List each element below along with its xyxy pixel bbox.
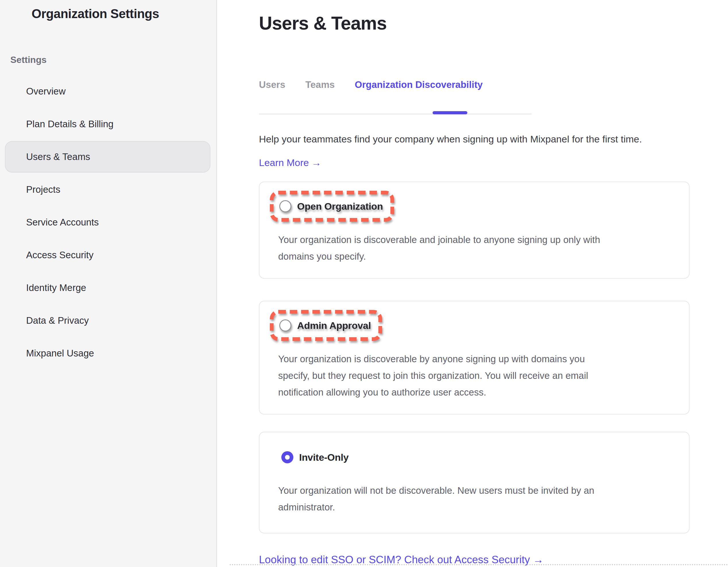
option-description: Your organization will not be discoverab… [278, 482, 672, 516]
sidebar-title: Organization Settings [0, 6, 216, 22]
intro-text: Help your teammates find your company wh… [259, 132, 728, 146]
description-line: Your organization is discoverable by any… [278, 351, 672, 367]
main-content: Users & Teams Users Teams Organization D… [217, 0, 728, 567]
page-title: Users & Teams [259, 13, 728, 33]
description-line: notification allowing you to authorize u… [278, 384, 672, 401]
description-line: Your organization is discoverable and jo… [278, 231, 672, 248]
option-description: Your organization is discoverable and jo… [278, 231, 672, 265]
radio-unchecked-icon[interactable] [279, 320, 291, 332]
learn-more-link[interactable]: Learn More → [259, 156, 321, 169]
sidebar-item-access-security[interactable]: Access Security [5, 239, 210, 271]
sidebar-nav: Overview Plan Details & Billing Users & … [0, 75, 216, 369]
radio-unchecked-icon[interactable] [279, 200, 291, 212]
option-label-admin-approval[interactable]: Admin Approval [297, 320, 371, 331]
sidebar-item-mixpanel-usage[interactable]: Mixpanel Usage [5, 338, 210, 369]
description-line: domains you specify. [278, 248, 672, 265]
radio-checked-icon[interactable] [281, 451, 293, 463]
bottom-divider [230, 564, 728, 565]
sidebar-item-identity-merge[interactable]: Identity Merge [5, 272, 210, 304]
tab-users[interactable]: Users [259, 79, 285, 90]
description-line: Your organization will not be discoverab… [278, 482, 672, 499]
option-label-open-organization[interactable]: Open Organization [297, 201, 383, 212]
sidebar-item-projects[interactable]: Projects [5, 174, 210, 205]
sidebar-item-plan-details-billing[interactable]: Plan Details & Billing [5, 108, 210, 140]
sidebar-item-users-teams[interactable]: Users & Teams [5, 141, 210, 173]
option-card-open-organization: Open Organization Your organization is d… [259, 181, 690, 278]
app-window: Organization Settings Settings Overview … [0, 0, 728, 567]
description-line: specify, but they request to join this o… [278, 367, 672, 384]
tab-underline [259, 113, 532, 115]
option-description: Your organization is discoverable by any… [278, 351, 672, 401]
tab-organization-discoverability[interactable]: Organization Discoverability [355, 79, 483, 90]
description-line: administrator. [278, 499, 672, 516]
annotation-box-open-organization: Open Organization [270, 191, 394, 222]
option-row-invite-only[interactable]: Invite-Only [281, 451, 348, 463]
sidebar-item-data-privacy[interactable]: Data & Privacy [5, 305, 210, 336]
option-card-admin-approval: Admin Approval Your organization is disc… [259, 301, 690, 415]
tab-bar: Users Teams Organization Discoverability [259, 79, 728, 90]
option-card-invite-only: Invite-Only Your organization will not b… [259, 432, 690, 533]
active-tab-indicator [433, 111, 467, 114]
tab-teams[interactable]: Teams [305, 79, 335, 90]
sidebar-item-service-accounts[interactable]: Service Accounts [5, 206, 210, 238]
annotation-box-admin-approval: Admin Approval [270, 310, 382, 341]
option-label-invite-only[interactable]: Invite-Only [299, 452, 348, 463]
sidebar: Organization Settings Settings Overview … [0, 0, 217, 567]
sidebar-section-label: Settings [0, 54, 216, 65]
sidebar-item-overview[interactable]: Overview [5, 75, 210, 107]
